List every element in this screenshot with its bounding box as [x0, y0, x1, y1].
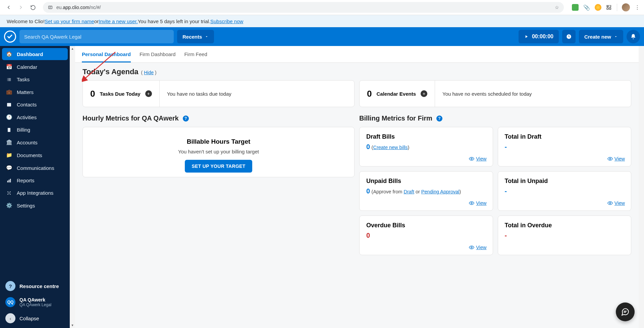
- unpaid-bills-card: Unpaid Bills 0 (Approve from Draft or Pe…: [359, 171, 493, 211]
- contact-card-icon: [6, 102, 12, 107]
- sidebar-item-calendar[interactable]: 📅Calendar: [2, 61, 68, 73]
- chat-fab[interactable]: [616, 302, 635, 321]
- approve-draft-link[interactable]: Draft: [404, 189, 414, 194]
- svg-point-14: [609, 158, 611, 159]
- sidebar-item-matters[interactable]: 💼Matters: [2, 86, 68, 98]
- receipt-icon: [6, 127, 12, 133]
- eye-icon: [607, 156, 613, 161]
- recents-button[interactable]: Recents: [177, 30, 214, 43]
- hide-agenda-link[interactable]: Hide: [144, 70, 154, 75]
- forward-button[interactable]: [16, 3, 25, 12]
- events-count: 0: [367, 89, 372, 99]
- calendar-events-card: 0 Calendar Events + You have no events s…: [359, 80, 631, 107]
- sidebar-item-billing[interactable]: Billing: [2, 124, 68, 136]
- total-draft-value: -: [505, 143, 625, 151]
- total-overdue-value: -: [505, 232, 625, 239]
- chat-icon: 💬: [6, 165, 12, 171]
- sidebar-item-activities[interactable]: 🕐Activities: [2, 111, 68, 123]
- setup-firm-link[interactable]: Set up your firm name: [45, 18, 94, 24]
- sidebar-item-communications[interactable]: 💬Communications: [2, 162, 68, 174]
- svg-point-16: [609, 202, 611, 204]
- help-icon[interactable]: ?: [436, 115, 442, 122]
- svg-point-10: [10, 194, 11, 195]
- target-card-subtitle: You haven't set up your billing target: [90, 149, 347, 154]
- extensions-area: 📎 ⋮: [569, 3, 640, 11]
- tab-firm-feed[interactable]: Firm Feed: [184, 46, 207, 62]
- view-total-unpaid-link[interactable]: View: [607, 200, 625, 206]
- bookmark-star-icon[interactable]: ☆: [555, 5, 559, 10]
- user-profile-button[interactable]: QQ QA QAwerk QA QAwerk Legal: [2, 294, 68, 310]
- tasks-label: Tasks Due Today: [100, 91, 140, 97]
- svg-rect-0: [49, 6, 52, 9]
- create-new-button[interactable]: Create new: [579, 30, 623, 43]
- setup-target-button[interactable]: SET UP YOUR TARGET: [185, 160, 252, 173]
- extension-clip-icon[interactable]: 📎: [583, 4, 590, 11]
- list-icon: [6, 77, 12, 82]
- tab-personal-dashboard[interactable]: Personal Dashboard: [82, 46, 131, 62]
- bank-icon: 🏛️: [6, 139, 12, 145]
- view-draft-bills-link[interactable]: View: [469, 156, 486, 161]
- sidebar-item-contacts[interactable]: Contacts: [2, 99, 68, 110]
- welcome-banner: Welcome to Clio! Set up your firm name o…: [0, 15, 644, 27]
- view-unpaid-bills-link[interactable]: View: [469, 200, 486, 206]
- add-task-button[interactable]: +: [145, 90, 152, 97]
- url-text: eu.app.clio.com/nc/#/: [56, 5, 101, 10]
- scroll-up-icon[interactable]: ▲: [70, 46, 75, 51]
- agenda-title: Today's Agenda ( Hide ): [83, 67, 631, 76]
- svg-rect-6: [10, 179, 11, 182]
- sidebar-item-tasks[interactable]: Tasks: [2, 74, 68, 85]
- chevron-down-icon: [614, 35, 618, 39]
- subscribe-link[interactable]: Subscribe now: [210, 18, 243, 24]
- create-new-bills-link[interactable]: Create new bills: [373, 145, 408, 150]
- collapse-sidebar-button[interactable]: ‹ Collapse: [2, 311, 68, 326]
- eye-icon: [469, 200, 474, 206]
- svg-point-15: [471, 202, 472, 204]
- extension-icon[interactable]: [595, 4, 601, 11]
- view-total-draft-link[interactable]: View: [607, 156, 625, 161]
- sidebar-item-documents[interactable]: 📁Documents: [2, 149, 68, 161]
- app-bar: Recents 00:00:00 Create new: [0, 27, 644, 46]
- url-bar[interactable]: eu.app.clio.com/nc/#/ ☆: [43, 2, 564, 13]
- overdue-bills-value: 0: [366, 232, 486, 239]
- svg-rect-2: [7, 103, 11, 106]
- target-card-title: Billable Hours Target: [90, 138, 347, 145]
- timer-button[interactable]: 00:00:00: [519, 30, 559, 43]
- extension-icon[interactable]: [572, 4, 579, 11]
- sidebar-item-dashboard[interactable]: 🏠Dashboard: [2, 48, 68, 60]
- svg-rect-5: [9, 180, 10, 182]
- scroll-rail[interactable]: ▲ ▼: [70, 46, 75, 328]
- search-input[interactable]: [24, 34, 169, 40]
- extensions-puzzle-icon[interactable]: [606, 4, 612, 10]
- scrollbar[interactable]: [639, 46, 644, 328]
- sidebar-item-accounts[interactable]: 🏛️Accounts: [2, 136, 68, 148]
- notifications-button[interactable]: [627, 30, 640, 43]
- search-box[interactable]: [19, 30, 174, 43]
- clio-logo[interactable]: [4, 31, 16, 43]
- sidebar-item-app-integrations[interactable]: App Integrations: [2, 187, 68, 199]
- help-icon[interactable]: ?: [183, 115, 189, 122]
- invite-user-link[interactable]: Invite a new user.: [99, 18, 138, 24]
- clock-button[interactable]: [562, 30, 576, 43]
- chevron-down-icon: [205, 35, 209, 39]
- events-label: Calendar Events: [376, 91, 416, 97]
- draft-bills-card: Draft Bills 0 (Create new bills) View: [359, 127, 493, 167]
- hourly-metrics-title: Hourly Metrics for QA QAwerk ?: [83, 114, 355, 122]
- resource-centre-button[interactable]: ? Resource centre: [2, 278, 68, 294]
- profile-avatar[interactable]: [622, 3, 630, 11]
- svg-point-13: [471, 158, 472, 159]
- reload-button[interactable]: [28, 3, 38, 12]
- tab-firm-dashboard[interactable]: Firm Dashboard: [140, 46, 176, 62]
- dashboard-tabs: Personal Dashboard Firm Dashboard Firm F…: [75, 46, 639, 63]
- scroll-down-icon[interactable]: ▼: [70, 323, 75, 328]
- sidebar-item-reports[interactable]: Reports: [2, 175, 68, 186]
- browser-toolbar: eu.app.clio.com/nc/#/ ☆ 📎 ⋮: [0, 0, 644, 15]
- browser-menu-icon[interactable]: ⋮: [635, 4, 640, 11]
- pending-approval-link[interactable]: Pending Approval: [421, 189, 460, 194]
- clock-icon: [566, 34, 572, 40]
- calendar-icon: 📅: [6, 64, 12, 70]
- back-button[interactable]: [4, 3, 13, 12]
- add-event-button[interactable]: +: [421, 90, 427, 97]
- sidebar-item-settings[interactable]: ⚙️Settings: [2, 199, 68, 212]
- chat-bubble-icon: [621, 308, 630, 316]
- view-overdue-bills-link[interactable]: View: [469, 245, 486, 250]
